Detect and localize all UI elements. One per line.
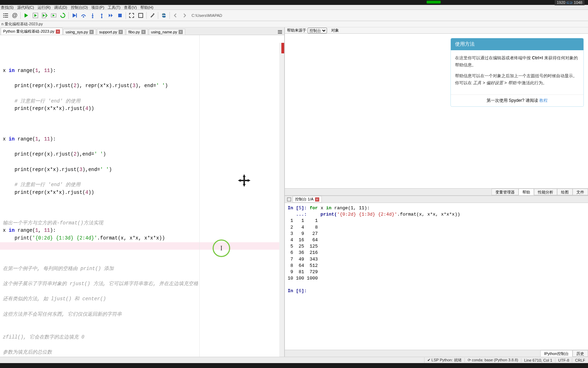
close-icon[interactable]: × — [179, 30, 183, 34]
help-source-label: 帮助来源于 — [287, 28, 306, 33]
os-titlebar: 1920 ⊂⊃ 1048 — [0, 0, 588, 5]
svg-point-16 — [83, 16, 84, 18]
svg-marker-19 — [101, 13, 103, 15]
tab-profiler[interactable]: 性能分析 — [534, 189, 557, 195]
tab-ipython-console[interactable]: IPython控制台 — [540, 350, 573, 357]
tab-main-file[interactable]: Python 量化编程基础-2023.py× — [1, 28, 62, 35]
os-taskbar — [0, 363, 588, 368]
toolbar: @ C:\Users\MIAPAD — [0, 10, 588, 21]
step-out-button[interactable] — [98, 11, 106, 20]
step-into-button[interactable] — [88, 11, 97, 20]
progress-indicator — [427, 1, 441, 4]
tab-menu-icon[interactable] — [277, 29, 283, 35]
stop-debug-button[interactable] — [116, 11, 124, 20]
close-icon[interactable]: × — [89, 30, 94, 34]
svg-marker-8 — [34, 14, 37, 17]
rerun-button[interactable] — [59, 11, 67, 20]
help-paragraph-2: 帮助信息可以在一个对象之后加上一个左圆括号的时候自动显示。你可以在 工具 > 偏… — [455, 72, 579, 87]
link-icon: ⊂⊃ — [566, 0, 573, 5]
tab-using-name[interactable]: using_name.py× — [149, 29, 186, 35]
preferences-button[interactable] — [148, 11, 156, 20]
run-selection-button[interactable] — [49, 11, 58, 20]
tab-files[interactable]: 文件 — [573, 189, 588, 195]
svg-marker-12 — [53, 14, 55, 17]
close-icon[interactable]: × — [141, 30, 146, 34]
tab-variable-explorer[interactable]: 变量管理器 — [492, 189, 519, 195]
svg-rect-33 — [287, 198, 291, 201]
run-cell-advance-button[interactable] — [40, 11, 49, 20]
svg-point-25 — [153, 13, 154, 15]
svg-rect-1 — [5, 13, 8, 14]
svg-rect-4 — [3, 17, 4, 18]
status-line-col[interactable]: Line 6710, Col 1 — [521, 358, 555, 362]
svg-rect-2 — [3, 15, 4, 16]
forward-button[interactable] — [180, 11, 189, 20]
file-breadcrumb: n 量化编程基础-2023.py — [0, 21, 588, 27]
svg-marker-22 — [111, 14, 113, 17]
svg-rect-24 — [139, 13, 143, 18]
console-bottom-tabs: IPython控制台 历史 — [285, 350, 588, 357]
debug-button[interactable] — [70, 11, 79, 20]
svg-point-20 — [101, 17, 102, 18]
menu-project[interactable]: 项目(P) — [91, 5, 104, 9]
maximize-button[interactable] — [127, 11, 136, 20]
help-usage-box: 使用方法 在这里你可以通过在编辑器或者终端中按 Ctrl+I 来获得任何对象的帮… — [450, 38, 584, 107]
menu-console[interactable]: 控制台(O) — [71, 5, 88, 9]
tab-using-sys[interactable]: using_sys.py× — [63, 29, 96, 35]
python-path-button[interactable] — [160, 11, 168, 20]
menu-debug[interactable]: 调试(D) — [54, 5, 67, 9]
continue-button[interactable] — [107, 11, 115, 20]
tutorial-link[interactable]: 教程 — [539, 98, 548, 103]
run-button[interactable] — [22, 11, 31, 20]
right-panel: 帮助来源于 控制台 对象 使用方法 在这里你可以通过在编辑器或者终端中按 Ctr… — [284, 27, 588, 357]
svg-rect-5 — [5, 17, 8, 18]
menu-help[interactable]: 帮助(H) — [140, 5, 153, 9]
svg-marker-21 — [109, 14, 111, 17]
svg-rect-3 — [5, 15, 8, 16]
code-editor[interactable]: x in range(1, 11): print(repr(x).rjust(2… — [0, 35, 284, 357]
fullscreen-button[interactable] — [136, 11, 145, 20]
close-icon[interactable]: × — [315, 197, 319, 202]
status-lsp[interactable]: ✔ LSP Python: 就绪 — [424, 357, 465, 363]
svg-rect-15 — [76, 13, 77, 18]
svg-point-18 — [92, 17, 93, 18]
tab-plots[interactable]: 绘图 — [557, 189, 573, 195]
step-over-button[interactable] — [79, 11, 88, 20]
menu-run[interactable]: 运行(R) — [38, 5, 51, 9]
help-source-select[interactable]: 控制台 — [308, 28, 327, 33]
at-button[interactable]: @ — [11, 11, 19, 20]
menu-find[interactable]: 查找(S) — [1, 5, 14, 9]
svg-marker-6 — [25, 13, 28, 18]
help-header: 帮助来源于 控制台 对象 — [285, 27, 588, 34]
close-icon[interactable]: × — [56, 29, 60, 34]
back-button[interactable] — [171, 11, 180, 20]
console-tab-1a[interactable]: 控制台 1/A× — [293, 196, 322, 203]
editor-panel: Python 量化编程基础-2023.py× using_sys.py× sup… — [0, 27, 284, 357]
status-bar: ✔ LSP Python: 就绪 ⟳ conda: base (Python 3… — [0, 357, 588, 363]
console-collapse-icon[interactable] — [286, 197, 292, 202]
status-conda[interactable]: ⟳ conda: base (Python 3.8.8) — [465, 358, 521, 362]
tab-history[interactable]: 历史 — [573, 350, 588, 357]
main-area: Python 量化编程基础-2023.py× using_sys.py× sup… — [0, 27, 588, 357]
svg-rect-23 — [118, 14, 122, 17]
status-encoding[interactable]: UTF-8 — [555, 358, 572, 362]
menu-view[interactable]: 查看(V) — [124, 5, 137, 9]
console-tabs: 控制台 1/A× — [285, 196, 588, 203]
scrollbar-marker[interactable] — [281, 43, 284, 53]
tab-help[interactable]: 帮助 — [519, 189, 534, 195]
tab-support[interactable]: support.py× — [97, 29, 125, 35]
help-box-footer: 第一次使用 Spyder? 请阅读 教程 — [451, 94, 583, 106]
menu-tools[interactable]: 工具(T) — [108, 5, 120, 9]
help-panel-tabs: 变量管理器 帮助 性能分析 绘图 文件 — [285, 188, 588, 195]
close-icon[interactable]: × — [119, 30, 123, 34]
outline-button[interactable] — [1, 11, 10, 20]
tab-fibo[interactable]: fibo.py× — [126, 29, 148, 35]
console-output[interactable]: In [5]: for x in range(1, 11): ...: prin… — [285, 203, 588, 350]
run-cell-button[interactable] — [31, 11, 40, 20]
status-eol[interactable]: CRLF — [572, 358, 588, 362]
menu-source[interactable]: 源代码(C) — [17, 5, 34, 9]
help-body: 使用方法 在这里你可以通过在编辑器或者终端中按 Ctrl+I 来获得任何对象的帮… — [285, 34, 588, 188]
svg-point-26 — [163, 14, 163, 14]
help-box-title: 使用方法 — [451, 38, 583, 50]
svg-marker-14 — [73, 13, 76, 18]
